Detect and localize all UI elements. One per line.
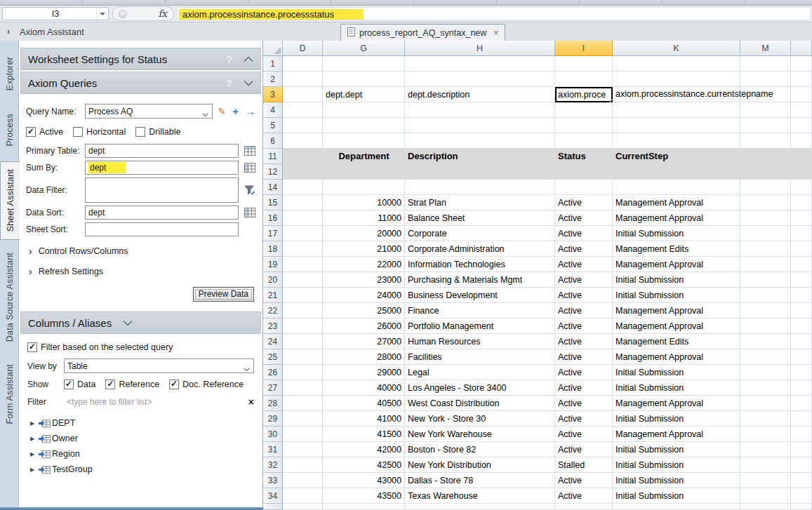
cell-G30[interactable]: 41500 xyxy=(323,427,405,442)
column-header-H[interactable]: H xyxy=(405,41,555,56)
column-header-M[interactable]: M xyxy=(740,41,791,56)
cell-I28[interactable]: Active xyxy=(555,396,613,411)
cell-H21[interactable]: Business Development xyxy=(405,288,555,303)
checkbox-show-doc-reference[interactable]: ✓Doc. Reference xyxy=(169,380,244,389)
cell-M27[interactable] xyxy=(740,380,791,396)
cell[interactable] xyxy=(283,504,323,510)
chevron-up-icon[interactable] xyxy=(244,56,253,62)
tree-item-dept[interactable]: ▶DEPT xyxy=(30,415,262,431)
cell-H14[interactable] xyxy=(405,180,555,195)
cell-D30[interactable] xyxy=(283,427,323,442)
cell-K30[interactable]: Management Approval xyxy=(613,427,740,442)
cell-I5[interactable] xyxy=(555,118,613,133)
cell-I15[interactable]: Active xyxy=(555,195,613,210)
cell-H3[interactable]: dept.description xyxy=(405,87,555,102)
cell-D29[interactable] xyxy=(283,411,323,427)
cell-H25[interactable]: Facilities xyxy=(405,349,555,365)
row-header-22[interactable]: 22 xyxy=(263,303,283,318)
cell-M26[interactable] xyxy=(740,365,791,380)
tab-close-icon[interactable]: × xyxy=(493,28,498,38)
cell-K16[interactable]: Management Approval xyxy=(613,210,740,226)
cell-K31[interactable]: Initial Submission xyxy=(613,442,740,457)
cell-H15[interactable]: Strat Plan xyxy=(405,195,555,210)
cell-G33[interactable]: 43000 xyxy=(323,473,405,488)
row-header-14[interactable]: 14 xyxy=(263,180,283,195)
cell-I3-selected[interactable]: axiom.proce xyxy=(555,87,613,102)
row-header-16[interactable]: 16 xyxy=(263,210,283,226)
cell-H1[interactable] xyxy=(405,56,555,72)
cell-overflow[interactable] xyxy=(791,442,812,457)
row-header-4[interactable]: 4 xyxy=(263,102,283,118)
cell-M32[interactable] xyxy=(740,457,791,473)
row-header-34[interactable]: 34 xyxy=(263,488,283,504)
cell-H34[interactable]: Texas Warehouse xyxy=(405,488,555,504)
row-header-5[interactable]: 5 xyxy=(263,118,283,133)
name-box[interactable]: I3 xyxy=(2,7,109,20)
cell-I16[interactable]: Active xyxy=(555,210,613,226)
cell-overflow[interactable] xyxy=(791,72,812,87)
select-all-corner[interactable] xyxy=(263,41,283,56)
column-header-K[interactable]: K xyxy=(613,41,740,56)
cell-D28[interactable] xyxy=(283,396,323,411)
cell-K26[interactable]: Initial Submission xyxy=(613,365,740,380)
cell-M4[interactable] xyxy=(740,102,791,118)
cell-M30[interactable] xyxy=(740,427,791,442)
cell[interactable] xyxy=(613,504,740,510)
cell-M34[interactable] xyxy=(740,488,791,504)
cell-M23[interactable] xyxy=(740,318,791,334)
cell-overflow[interactable] xyxy=(791,180,812,195)
cell-I4[interactable] xyxy=(555,102,613,118)
cell[interactable] xyxy=(740,504,791,510)
cell-overflow[interactable] xyxy=(791,288,812,303)
chevron-down-icon[interactable] xyxy=(123,320,133,326)
checkbox-horizontal[interactable]: Horizontal xyxy=(73,127,126,137)
cell-H32[interactable]: New York Distribution xyxy=(405,457,555,473)
cell-K2[interactable] xyxy=(613,72,740,87)
cell-K25[interactable]: Management Approval xyxy=(613,349,740,365)
cell-K20[interactable]: Initial Submission xyxy=(613,272,740,288)
cell-I20[interactable]: Active xyxy=(555,272,613,288)
cell-I30[interactable]: Active xyxy=(555,427,613,442)
row-header-18[interactable]: 18 xyxy=(263,241,283,257)
cell-H6[interactable] xyxy=(405,133,555,149)
cell-K28[interactable]: Management Approval xyxy=(613,396,740,411)
cell-D17[interactable] xyxy=(283,226,323,241)
cell-K5[interactable] xyxy=(613,118,740,133)
cell-overflow[interactable] xyxy=(791,210,812,226)
side-tab-explorer[interactable]: Explorer xyxy=(0,49,19,98)
row-header-17[interactable]: 17 xyxy=(263,226,283,241)
cell-G2[interactable] xyxy=(323,72,405,87)
row-header-28[interactable]: 28 xyxy=(263,396,283,411)
cell-G32[interactable]: 42500 xyxy=(323,457,405,473)
row-header-1[interactable]: 1 xyxy=(263,56,283,72)
view-by-select[interactable]: Table xyxy=(64,358,254,373)
side-tab-sheet-assistant[interactable]: Sheet Assistant xyxy=(0,161,20,240)
cell-D33[interactable] xyxy=(283,473,323,488)
cell-I27[interactable]: Active xyxy=(555,380,613,396)
goto-query-icon[interactable]: → xyxy=(245,105,255,117)
cell-K15[interactable]: Management Approval xyxy=(613,195,740,210)
cell-H28[interactable]: West Coast Distribution xyxy=(405,396,555,411)
cell-overflow[interactable] xyxy=(791,102,812,118)
cell-overflow[interactable] xyxy=(791,118,812,133)
row-header-12[interactable]: 12 xyxy=(263,164,283,180)
cell-H30[interactable]: New York Warehouse xyxy=(405,427,555,442)
cell-K19[interactable]: Management Approval xyxy=(613,257,740,272)
filter-editor-icon[interactable] xyxy=(239,185,255,196)
add-query-icon[interactable]: + xyxy=(232,105,239,117)
cell-G24[interactable]: 27000 xyxy=(323,334,405,349)
cell-I18[interactable]: Active xyxy=(555,241,613,257)
cell-H24[interactable]: Human Resources xyxy=(405,334,555,349)
document-tab[interactable]: process_report_AQ_syntax_new × xyxy=(340,24,505,41)
cell-G21[interactable]: 24000 xyxy=(323,288,405,303)
cell-overflow[interactable] xyxy=(791,257,812,272)
tree-expander-icon[interactable]: ▶ xyxy=(30,467,39,473)
cell-G19[interactable]: 22000 xyxy=(323,257,405,272)
cell-D21[interactable] xyxy=(283,288,323,303)
cell-I21[interactable]: Active xyxy=(555,288,613,303)
cell-D1[interactable] xyxy=(283,56,323,72)
cell-I22[interactable]: Active xyxy=(555,303,613,318)
row-header-23[interactable]: 23 xyxy=(263,318,283,334)
cell-D4[interactable] xyxy=(283,102,323,118)
side-tab-form-assistant[interactable]: Form Assistant xyxy=(0,355,19,434)
